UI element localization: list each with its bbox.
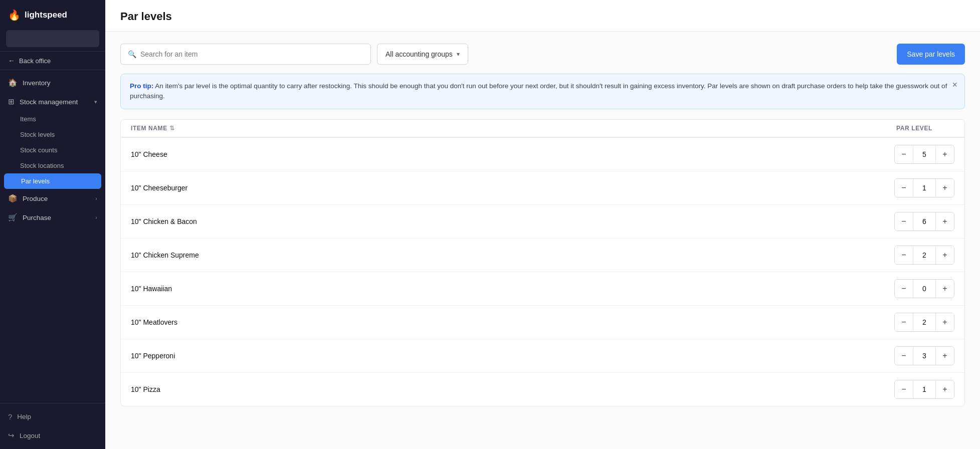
increment-button[interactable]: + [936, 313, 954, 331]
par-value: 3 [913, 347, 936, 365]
sidebar-item-stock-locations[interactable]: Stock locations [0, 158, 105, 173]
chevron-right-icon-purchase: › [95, 214, 97, 220]
table-row: 10" Chicken Supreme − 2 + [121, 239, 964, 272]
sidebar-item-help[interactable]: ? Help [0, 407, 105, 426]
page-header: Par levels [105, 0, 980, 32]
logout-label: Logout [20, 432, 40, 439]
decrement-button[interactable]: − [895, 212, 913, 231]
search-icon: 🔍 [128, 50, 136, 58]
logo-icon: 🔥 [8, 9, 21, 21]
save-par-levels-button[interactable]: Save par levels [897, 44, 965, 65]
table-body: 10" Cheese − 5 + 10" Cheeseburger − 1 + … [121, 138, 964, 406]
decrement-button[interactable]: − [895, 145, 913, 163]
sidebar-item-logout[interactable]: ↪ Logout [0, 426, 105, 445]
decrement-button[interactable]: − [895, 179, 913, 197]
pro-tip-label: Pro tip: [130, 82, 153, 90]
par-level-control: − 1 + [894, 380, 954, 399]
table-row: 10" Hawaiian − 0 + [121, 272, 964, 306]
par-level-control: − 1 + [894, 178, 954, 197]
increment-button[interactable]: + [936, 179, 954, 197]
content-area: 🔍 All accounting groups ▾ Save par level… [105, 32, 980, 449]
item-name: 10" Meatlovers [131, 318, 894, 326]
decrement-button[interactable]: − [895, 313, 913, 331]
par-value: 2 [913, 246, 936, 264]
item-name: 10" Cheese [131, 150, 894, 158]
purchase-icon: 🛒 [8, 213, 18, 222]
sidebar-item-produce[interactable]: 📦 Produce › [0, 189, 105, 208]
par-levels-table: ITEM NAME ⇅ PAR LEVEL 10" Cheese − 5 + 1… [120, 119, 965, 406]
item-name: 10" Pizza [131, 385, 894, 393]
page-title: Par levels [120, 10, 965, 23]
item-name: 10" Pepperoni [131, 352, 894, 360]
item-name: 10" Chicken Supreme [131, 251, 894, 259]
increment-button[interactable]: + [936, 246, 954, 264]
increment-button[interactable]: + [936, 212, 954, 231]
grid-icon: ⊞ [8, 97, 15, 106]
search-box[interactable]: 🔍 [120, 44, 371, 65]
par-value: 1 [913, 380, 936, 398]
increment-button[interactable]: + [936, 145, 954, 163]
decrement-button[interactable]: − [895, 347, 913, 365]
accounting-groups-dropdown[interactable]: All accounting groups ▾ [377, 44, 468, 65]
increment-button[interactable]: + [936, 280, 954, 298]
sidebar-bottom: ? Help ↪ Logout [0, 403, 105, 449]
table-row: 10" Meatlovers − 2 + [121, 306, 964, 339]
col-header-par-level: PAR LEVEL [874, 125, 954, 132]
pro-tip-banner: Pro tip: An item's par level is the opti… [120, 74, 965, 109]
item-name: 10" Hawaiian [131, 285, 894, 293]
sidebar-item-stock-management[interactable]: ⊞ Stock management ▾ [0, 92, 105, 111]
dropdown-arrow-icon: ▾ [457, 51, 460, 58]
back-office-link[interactable]: ← Back office [0, 51, 105, 70]
chevron-right-icon: › [95, 195, 97, 201]
decrement-button[interactable]: − [895, 280, 913, 298]
par-level-control: − 5 + [894, 145, 954, 164]
sidebar-item-stock-counts[interactable]: Stock counts [0, 142, 105, 158]
produce-icon: 📦 [8, 194, 18, 203]
nav-section-main: 🏠 Inventory ⊞ Stock management ▾ Items S… [0, 70, 105, 230]
par-value: 5 [913, 145, 936, 163]
par-value: 2 [913, 313, 936, 331]
table-header: ITEM NAME ⇅ PAR LEVEL [121, 120, 964, 138]
app-logo[interactable]: 🔥 lightspeed [0, 0, 105, 30]
decrement-button[interactable]: − [895, 246, 913, 264]
inventory-label: Inventory [23, 79, 51, 87]
back-arrow-icon: ← [8, 57, 15, 65]
app-name: lightspeed [25, 10, 67, 20]
par-value: 1 [913, 179, 936, 197]
par-level-control: − 6 + [894, 212, 954, 231]
pro-tip-text: An item's par level is the optimal quant… [130, 82, 947, 100]
table-row: 10" Cheeseburger − 1 + [121, 171, 964, 205]
sort-icon[interactable]: ⇅ [169, 125, 175, 132]
accounting-groups-label: All accounting groups [385, 50, 453, 58]
table-row: 10" Cheese − 5 + [121, 138, 964, 171]
decrement-button[interactable]: − [895, 380, 913, 398]
increment-button[interactable]: + [936, 347, 954, 365]
search-input[interactable] [140, 50, 363, 58]
increment-button[interactable]: + [936, 380, 954, 398]
help-label: Help [17, 413, 31, 420]
sidebar-item-items[interactable]: Items [0, 111, 105, 127]
chevron-down-icon: ▾ [94, 99, 97, 105]
par-level-control: − 2 + [894, 246, 954, 265]
toolbar: 🔍 All accounting groups ▾ Save par level… [120, 44, 965, 65]
col-header-item-name: ITEM NAME ⇅ [131, 125, 874, 132]
purchase-label: Purchase [23, 214, 51, 221]
stock-levels-label: Stock levels [20, 131, 55, 138]
pro-tip-close-button[interactable]: × [952, 80, 957, 89]
logout-icon: ↪ [8, 431, 15, 440]
sidebar-item-purchase[interactable]: 🛒 Purchase › [0, 208, 105, 227]
produce-label: Produce [23, 195, 48, 202]
sidebar: 🔥 lightspeed ← Back office 🏠 Inventory ⊞… [0, 0, 105, 449]
sidebar-item-par-levels[interactable]: Par levels [4, 173, 101, 189]
items-label: Items [20, 115, 36, 123]
table-row: 10" Chicken & Bacon − 6 + [121, 205, 964, 239]
table-row: 10" Pepperoni − 3 + [121, 339, 964, 373]
sidebar-item-inventory[interactable]: 🏠 Inventory [0, 73, 105, 92]
par-value: 0 [913, 280, 936, 298]
help-icon: ? [8, 412, 12, 421]
back-office-label: Back office [19, 57, 51, 65]
par-levels-label: Par levels [21, 177, 50, 185]
item-name: 10" Cheeseburger [131, 184, 894, 192]
sidebar-item-stock-levels[interactable]: Stock levels [0, 127, 105, 142]
sidebar-search-box[interactable] [6, 30, 99, 47]
